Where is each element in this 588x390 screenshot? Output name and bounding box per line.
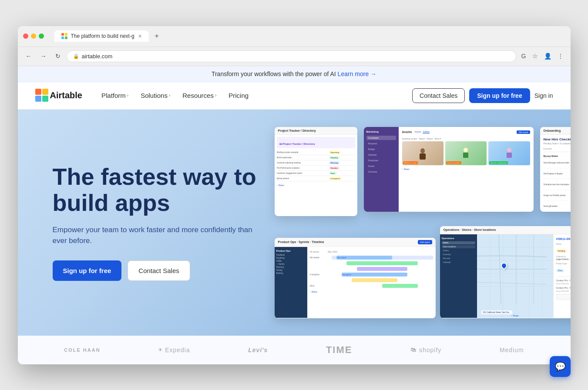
sidebar-overview: Overview bbox=[366, 170, 396, 174]
marketing-top-bar: Assets Assets Gallery Add asset bbox=[402, 130, 530, 134]
banner-text: Transform your workflows with the power … bbox=[212, 70, 336, 77]
marketing-assets-title: Assets bbox=[402, 130, 412, 133]
svg-rect-3 bbox=[65, 37, 67, 39]
nav-resources[interactable]: Resources › bbox=[177, 89, 222, 102]
project-tracker-screen: Project Tracker / Directory 🗂 Project Tr… bbox=[275, 127, 357, 216]
menu-icon[interactable]: ⋮ bbox=[556, 51, 565, 61]
svg-rect-7 bbox=[42, 96, 48, 102]
google-icon[interactable]: G bbox=[520, 51, 528, 61]
sidebar-budget: Budget bbox=[366, 147, 396, 151]
hero-screenshots: Project Tracker / Directory 🗂 Project Tr… bbox=[270, 127, 553, 318]
project-tracker-header: Project Tracker / Directory bbox=[275, 127, 357, 135]
timeline-header: Product Ops · Sprints · Timeline Add spr… bbox=[275, 238, 436, 247]
sidebar-assets: Assets bbox=[366, 164, 396, 168]
sku-label: #SKU-001 bbox=[556, 237, 571, 241]
svg-rect-9 bbox=[420, 153, 426, 160]
nav-pricing[interactable]: Pricing bbox=[223, 89, 254, 102]
address-bar[interactable]: 🔒 airtable.com bbox=[67, 50, 516, 62]
map-share: ↑ Share bbox=[477, 314, 553, 317]
url-text: airtable.com bbox=[82, 53, 113, 60]
logo-expedia: ✈ Expedia bbox=[158, 347, 190, 353]
browser-window: The platform to build next-g ✕ + ← → ↻ 🔒… bbox=[18, 26, 571, 364]
photo-grid: Athlete on court Runner in jacket bbox=[402, 141, 530, 165]
photo-badge-3: Runner on bleachers bbox=[489, 161, 508, 164]
svg-rect-1 bbox=[65, 33, 67, 36]
tab-bar: The platform to build next-g ✕ + bbox=[54, 30, 565, 43]
hero-buttons: Sign up for free Contact Sales bbox=[53, 260, 262, 281]
svg-rect-11 bbox=[463, 153, 468, 158]
tab-close-icon[interactable]: ✕ bbox=[138, 33, 142, 39]
resources-chevron-icon: › bbox=[215, 93, 216, 98]
svg-point-10 bbox=[464, 148, 468, 152]
nav-platform[interactable]: Platform › bbox=[96, 89, 134, 102]
hero-signup-button[interactable]: Sign up for free bbox=[53, 260, 122, 281]
signin-button[interactable]: Sign in bbox=[534, 92, 553, 99]
top-banner: Transform your workflows with the power … bbox=[18, 66, 571, 82]
tab-assets: Assets bbox=[414, 130, 421, 133]
add-sprint-button[interactable]: Add sprint bbox=[418, 240, 432, 244]
logo-levis: Levi's bbox=[248, 347, 268, 353]
tab-favicon bbox=[61, 33, 67, 39]
sidebar-campaigns: Campaigns bbox=[366, 136, 396, 140]
photo-athlete: Athlete on court bbox=[402, 141, 444, 165]
chat-icon: 💬 bbox=[555, 361, 566, 364]
site-nav: Airtable Platform › Solutions › Resource… bbox=[18, 82, 571, 110]
svg-point-12 bbox=[507, 148, 511, 152]
new-tab-button[interactable]: + bbox=[151, 30, 163, 43]
active-tab[interactable]: The platform to build next-g ✕ bbox=[54, 30, 149, 42]
maximize-button[interactable] bbox=[39, 33, 44, 39]
chat-button[interactable]: 💬 bbox=[550, 356, 571, 364]
map-address: 311 California Street, San Fra... bbox=[481, 310, 512, 314]
solutions-chevron-icon: › bbox=[169, 93, 170, 98]
ordered-by-value: Logan Gramm... bbox=[556, 258, 571, 260]
photo-runner-bleachers: Runner on bleachers bbox=[488, 141, 530, 165]
refresh-button[interactable]: ↻ bbox=[53, 51, 63, 61]
nav-links: Platform › Solutions › Resources › Prici… bbox=[96, 89, 412, 102]
back-button[interactable]: ← bbox=[23, 51, 34, 61]
timeline-title: Product Ops · Sprints · Timeline bbox=[278, 240, 324, 243]
logo-medium: Medium bbox=[500, 347, 524, 353]
logo-link[interactable]: Airtable bbox=[35, 89, 82, 103]
map-pin bbox=[501, 263, 507, 269]
project-table: Working tracker example Upcoming Brand e… bbox=[277, 150, 355, 181]
bookmark-icon[interactable]: ☆ bbox=[531, 51, 540, 61]
chrome-actions: G ☆ 👤 ⋮ bbox=[520, 51, 565, 61]
sidebar-production: Production bbox=[366, 158, 396, 163]
marketing-sidebar-title: Marketing bbox=[366, 130, 396, 133]
map-streets bbox=[477, 234, 553, 318]
svg-point-8 bbox=[420, 148, 425, 153]
marketing-main: Assets Assets Gallery Add asset Awaiting… bbox=[399, 127, 534, 212]
logos-bar: COLE HAAN ✈ Expedia Levi's TIME 🛍 shopif… bbox=[18, 336, 571, 364]
hero-title: The fastest way to build apps bbox=[53, 164, 262, 216]
svg-rect-0 bbox=[61, 33, 64, 36]
hero-contact-button[interactable]: Contact Sales bbox=[128, 260, 190, 281]
photo-runner-jacket: Runner in jacket bbox=[445, 141, 487, 165]
operations-title: Operations · Stores · Store locations bbox=[444, 228, 496, 231]
profile-icon[interactable]: 👤 bbox=[542, 51, 553, 61]
project-tracker-title: Project Tracker / Directory bbox=[278, 129, 316, 132]
sidebar-requests: Requests bbox=[366, 141, 396, 146]
tab-gallery: Gallery bbox=[423, 130, 430, 133]
logo-cole-haan: COLE HAAN bbox=[64, 347, 100, 353]
operations-screen: Operations · Stores · Store locations ⤢ … bbox=[440, 226, 571, 318]
marketing-tabs: Assets Gallery bbox=[414, 130, 430, 133]
add-asset-button[interactable]: Add asset bbox=[517, 130, 530, 134]
airtable-logo: Airtable bbox=[35, 89, 82, 103]
onboarding-header: Onboarding ReviewsCohortsDifferences bbox=[540, 127, 571, 135]
nav-solutions[interactable]: Solutions › bbox=[135, 89, 175, 102]
onboarding-title: Onboarding bbox=[544, 129, 561, 132]
forward-button[interactable]: → bbox=[38, 51, 49, 61]
tab-title: The platform to build next-g bbox=[71, 33, 134, 39]
marketing-screen: Marketing Campaigns Requests Budget Cale… bbox=[364, 127, 534, 212]
signup-button[interactable]: Sign up for free bbox=[469, 88, 530, 103]
banner-link[interactable]: Learn more → bbox=[338, 70, 376, 77]
photo-badge-1: Athlete on court bbox=[403, 161, 418, 164]
close-button[interactable] bbox=[23, 33, 28, 39]
svg-rect-2 bbox=[61, 37, 64, 39]
operations-header: Operations · Stores · Store locations ⤢ … bbox=[440, 226, 571, 234]
logo-text: Airtable bbox=[50, 90, 82, 100]
svg-rect-6 bbox=[35, 96, 41, 102]
store-item-2: Contour Pro - Purple bbox=[556, 287, 571, 289]
minimize-button[interactable] bbox=[31, 33, 36, 39]
contact-sales-button[interactable]: Contact Sales bbox=[412, 88, 465, 103]
